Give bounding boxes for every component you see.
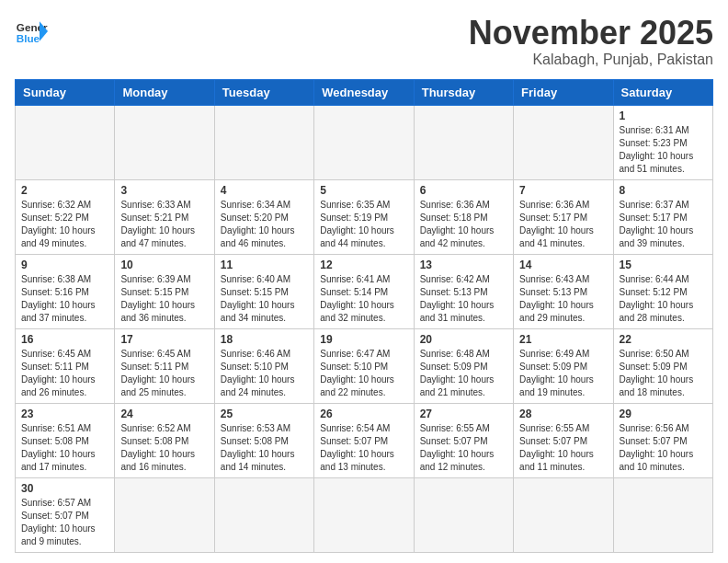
day-number: 28 <box>519 408 607 420</box>
day-info: Sunrise: 6:36 AM Sunset: 5:17 PM Dayligh… <box>519 199 607 250</box>
calendar-day-10: 10Sunrise: 6:39 AM Sunset: 5:15 PM Dayli… <box>115 254 214 328</box>
svg-text:Blue: Blue <box>17 32 40 44</box>
day-info: Sunrise: 6:43 AM Sunset: 5:13 PM Dayligh… <box>519 273 607 325</box>
calendar-day-13: 13Sunrise: 6:42 AM Sunset: 5:13 PM Dayli… <box>414 254 513 328</box>
calendar-day-8: 8Sunrise: 6:37 AM Sunset: 5:17 PM Daylig… <box>613 179 712 254</box>
weekday-header-tuesday: Tuesday <box>214 79 313 105</box>
calendar-day-27: 27Sunrise: 6:55 AM Sunset: 5:07 PM Dayli… <box>414 403 513 477</box>
day-info: Sunrise: 6:34 AM Sunset: 5:20 PM Dayligh… <box>221 199 308 250</box>
weekday-header-sunday: Sunday <box>16 79 115 105</box>
day-info: Sunrise: 6:40 AM Sunset: 5:15 PM Dayligh… <box>221 273 308 325</box>
logo-icon: General Blue <box>15 15 48 48</box>
calendar-day-24: 24Sunrise: 6:52 AM Sunset: 5:08 PM Dayli… <box>115 403 214 477</box>
calendar-day-23: 23Sunrise: 6:51 AM Sunset: 5:08 PM Dayli… <box>16 403 115 477</box>
calendar-table: SundayMondayTuesdayWednesdayThursdayFrid… <box>15 79 713 553</box>
location: Kalabagh, Punjab, Pakistan <box>469 52 713 68</box>
calendar-day-25: 25Sunrise: 6:53 AM Sunset: 5:08 PM Dayli… <box>214 403 313 477</box>
day-number: 20 <box>420 333 507 346</box>
day-number: 12 <box>320 259 407 271</box>
calendar-day-empty <box>414 477 513 552</box>
title-block: November 2025 Kalabagh, Punjab, Pakistan <box>469 15 713 68</box>
day-info: Sunrise: 6:52 AM Sunset: 5:08 PM Dayligh… <box>120 422 208 474</box>
day-number: 17 <box>120 333 208 346</box>
calendar-day-17: 17Sunrise: 6:45 AM Sunset: 5:11 PM Dayli… <box>115 328 214 403</box>
day-number: 27 <box>420 408 507 420</box>
day-number: 15 <box>620 259 707 271</box>
calendar-day-11: 11Sunrise: 6:40 AM Sunset: 5:15 PM Dayli… <box>214 254 313 328</box>
day-number: 13 <box>420 259 507 271</box>
day-info: Sunrise: 6:38 AM Sunset: 5:16 PM Dayligh… <box>21 273 108 325</box>
calendar-day-15: 15Sunrise: 6:44 AM Sunset: 5:12 PM Dayli… <box>613 254 712 328</box>
day-number: 4 <box>221 184 308 197</box>
day-number: 8 <box>620 184 707 197</box>
day-number: 1 <box>620 109 707 122</box>
day-number: 16 <box>21 333 108 346</box>
day-number: 2 <box>21 184 108 197</box>
calendar-week-row: 1Sunrise: 6:31 AM Sunset: 5:23 PM Daylig… <box>16 105 713 179</box>
day-info: Sunrise: 6:47 AM Sunset: 5:10 PM Dayligh… <box>320 348 407 399</box>
calendar-day-19: 19Sunrise: 6:47 AM Sunset: 5:10 PM Dayli… <box>314 328 414 403</box>
calendar-day-empty <box>214 477 313 552</box>
day-number: 30 <box>21 482 108 495</box>
day-number: 9 <box>21 259 108 271</box>
calendar-day-16: 16Sunrise: 6:45 AM Sunset: 5:11 PM Dayli… <box>16 328 115 403</box>
calendar-week-row: 16Sunrise: 6:45 AM Sunset: 5:11 PM Dayli… <box>16 328 713 403</box>
day-info: Sunrise: 6:31 AM Sunset: 5:23 PM Dayligh… <box>620 124 707 176</box>
day-info: Sunrise: 6:49 AM Sunset: 5:09 PM Dayligh… <box>519 348 607 399</box>
calendar-day-14: 14Sunrise: 6:43 AM Sunset: 5:13 PM Dayli… <box>514 254 613 328</box>
calendar-week-row: 23Sunrise: 6:51 AM Sunset: 5:08 PM Dayli… <box>16 403 713 477</box>
day-info: Sunrise: 6:36 AM Sunset: 5:18 PM Dayligh… <box>420 199 507 250</box>
weekday-header-friday: Friday <box>514 79 613 105</box>
day-number: 11 <box>221 259 308 271</box>
day-info: Sunrise: 6:46 AM Sunset: 5:10 PM Dayligh… <box>221 348 308 399</box>
calendar-day-empty <box>214 105 313 179</box>
calendar-day-18: 18Sunrise: 6:46 AM Sunset: 5:10 PM Dayli… <box>214 328 313 403</box>
day-number: 23 <box>21 408 108 420</box>
day-info: Sunrise: 6:35 AM Sunset: 5:19 PM Dayligh… <box>320 199 407 250</box>
day-info: Sunrise: 6:39 AM Sunset: 5:15 PM Dayligh… <box>120 273 208 325</box>
day-info: Sunrise: 6:55 AM Sunset: 5:07 PM Dayligh… <box>420 422 507 474</box>
day-info: Sunrise: 6:51 AM Sunset: 5:08 PM Dayligh… <box>21 422 108 474</box>
calendar-day-empty <box>414 105 513 179</box>
weekday-header-monday: Monday <box>115 79 214 105</box>
day-info: Sunrise: 6:44 AM Sunset: 5:12 PM Dayligh… <box>620 273 707 325</box>
day-info: Sunrise: 6:53 AM Sunset: 5:08 PM Dayligh… <box>221 422 308 474</box>
calendar-week-row: 30Sunrise: 6:57 AM Sunset: 5:07 PM Dayli… <box>16 477 713 552</box>
calendar-day-empty <box>514 477 613 552</box>
day-number: 14 <box>519 259 607 271</box>
day-info: Sunrise: 6:32 AM Sunset: 5:22 PM Dayligh… <box>21 199 108 250</box>
calendar-day-1: 1Sunrise: 6:31 AM Sunset: 5:23 PM Daylig… <box>613 105 712 179</box>
day-number: 18 <box>221 333 308 346</box>
calendar-day-4: 4Sunrise: 6:34 AM Sunset: 5:20 PM Daylig… <box>214 179 313 254</box>
day-info: Sunrise: 6:54 AM Sunset: 5:07 PM Dayligh… <box>320 422 407 474</box>
logo: General Blue <box>15 15 48 48</box>
calendar-day-empty <box>115 477 214 552</box>
day-info: Sunrise: 6:37 AM Sunset: 5:17 PM Dayligh… <box>620 199 707 250</box>
calendar-day-6: 6Sunrise: 6:36 AM Sunset: 5:18 PM Daylig… <box>414 179 513 254</box>
calendar-day-26: 26Sunrise: 6:54 AM Sunset: 5:07 PM Dayli… <box>314 403 414 477</box>
day-info: Sunrise: 6:57 AM Sunset: 5:07 PM Dayligh… <box>21 497 108 548</box>
day-number: 7 <box>519 184 607 197</box>
calendar-week-row: 2Sunrise: 6:32 AM Sunset: 5:22 PM Daylig… <box>16 179 713 254</box>
calendar-day-30: 30Sunrise: 6:57 AM Sunset: 5:07 PM Dayli… <box>16 477 115 552</box>
day-info: Sunrise: 6:48 AM Sunset: 5:09 PM Dayligh… <box>420 348 507 399</box>
day-number: 21 <box>519 333 607 346</box>
day-number: 29 <box>620 408 707 420</box>
calendar-day-2: 2Sunrise: 6:32 AM Sunset: 5:22 PM Daylig… <box>16 179 115 254</box>
calendar-day-empty <box>613 477 712 552</box>
calendar-day-29: 29Sunrise: 6:56 AM Sunset: 5:07 PM Dayli… <box>613 403 712 477</box>
day-info: Sunrise: 6:33 AM Sunset: 5:21 PM Dayligh… <box>120 199 208 250</box>
day-number: 26 <box>320 408 407 420</box>
day-number: 6 <box>420 184 507 197</box>
day-number: 3 <box>120 184 208 197</box>
calendar-day-9: 9Sunrise: 6:38 AM Sunset: 5:16 PM Daylig… <box>16 254 115 328</box>
calendar-day-28: 28Sunrise: 6:55 AM Sunset: 5:07 PM Dayli… <box>514 403 613 477</box>
day-info: Sunrise: 6:50 AM Sunset: 5:09 PM Dayligh… <box>620 348 707 399</box>
calendar-day-empty <box>16 105 115 179</box>
calendar-day-empty <box>314 105 414 179</box>
weekday-header-saturday: Saturday <box>613 79 712 105</box>
day-number: 5 <box>320 184 407 197</box>
calendar-day-12: 12Sunrise: 6:41 AM Sunset: 5:14 PM Dayli… <box>314 254 414 328</box>
calendar-week-row: 9Sunrise: 6:38 AM Sunset: 5:16 PM Daylig… <box>16 254 713 328</box>
weekday-header-row: SundayMondayTuesdayWednesdayThursdayFrid… <box>16 79 713 105</box>
